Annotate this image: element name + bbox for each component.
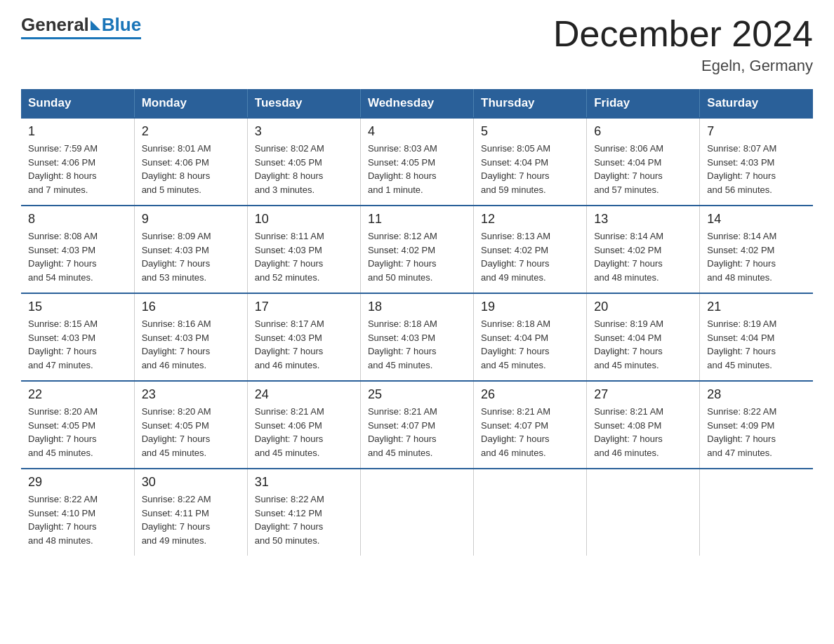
calendar-week-row: 22Sunrise: 8:20 AMSunset: 4:05 PMDayligh… [21,381,813,469]
main-title: December 2024 [553,14,813,54]
column-header-monday: Monday [134,89,247,118]
day-number: 16 [142,300,240,314]
calendar-cell: 16Sunrise: 8:16 AMSunset: 4:03 PMDayligh… [134,293,247,381]
calendar-cell: 7Sunrise: 8:07 AMSunset: 4:03 PMDaylight… [700,118,813,206]
day-info: Sunrise: 8:07 AMSunset: 4:03 PMDaylight:… [707,142,806,196]
day-number: 2 [142,124,240,139]
calendar-cell: 8Sunrise: 8:08 AMSunset: 4:03 PMDaylight… [21,206,134,293]
day-number: 3 [255,124,353,139]
logo-underline [21,37,141,39]
day-number: 25 [368,387,466,402]
day-info: Sunrise: 8:20 AMSunset: 4:05 PMDaylight:… [28,405,127,459]
day-info: Sunrise: 7:59 AMSunset: 4:06 PMDaylight:… [28,142,127,196]
calendar-cell [360,469,473,556]
calendar-cell: 20Sunrise: 8:19 AMSunset: 4:04 PMDayligh… [587,293,700,381]
calendar-cell: 1Sunrise: 7:59 AMSunset: 4:06 PMDaylight… [21,118,134,206]
calendar-cell: 12Sunrise: 8:13 AMSunset: 4:02 PMDayligh… [474,206,587,293]
day-info: Sunrise: 8:16 AMSunset: 4:03 PMDaylight:… [142,317,240,372]
calendar-cell: 17Sunrise: 8:17 AMSunset: 4:03 PMDayligh… [247,293,360,381]
day-number: 15 [28,300,127,314]
calendar-cell: 31Sunrise: 8:22 AMSunset: 4:12 PMDayligh… [247,469,360,556]
day-info: Sunrise: 8:21 AMSunset: 4:07 PMDaylight:… [481,405,579,459]
day-info: Sunrise: 8:20 AMSunset: 4:05 PMDaylight:… [142,405,240,459]
column-header-wednesday: Wednesday [360,89,473,118]
calendar-cell [474,469,587,556]
day-number: 5 [481,124,579,139]
day-info: Sunrise: 8:05 AMSunset: 4:04 PMDaylight:… [481,142,579,196]
column-header-thursday: Thursday [474,89,587,118]
column-header-tuesday: Tuesday [247,89,360,118]
calendar-cell [587,469,700,556]
day-info: Sunrise: 8:21 AMSunset: 4:07 PMDaylight:… [368,405,466,459]
day-number: 23 [142,387,240,402]
day-info: Sunrise: 8:14 AMSunset: 4:02 PMDaylight:… [707,229,806,284]
day-info: Sunrise: 8:08 AMSunset: 4:03 PMDaylight:… [28,229,127,284]
day-number: 19 [481,300,579,314]
calendar-week-row: 1Sunrise: 7:59 AMSunset: 4:06 PMDaylight… [21,118,813,206]
calendar-cell: 24Sunrise: 8:21 AMSunset: 4:06 PMDayligh… [247,381,360,469]
day-number: 22 [28,387,127,402]
day-info: Sunrise: 8:11 AMSunset: 4:03 PMDaylight:… [255,229,353,284]
day-info: Sunrise: 8:22 AMSunset: 4:10 PMDaylight:… [28,492,127,547]
day-number: 30 [142,475,240,490]
column-header-sunday: Sunday [21,89,134,118]
calendar-cell: 13Sunrise: 8:14 AMSunset: 4:02 PMDayligh… [587,206,700,293]
day-number: 13 [594,212,692,227]
day-info: Sunrise: 8:03 AMSunset: 4:05 PMDaylight:… [368,142,466,196]
calendar-week-row: 15Sunrise: 8:15 AMSunset: 4:03 PMDayligh… [21,293,813,381]
column-header-saturday: Saturday [700,89,813,118]
day-number: 17 [255,300,353,314]
calendar-cell: 9Sunrise: 8:09 AMSunset: 4:03 PMDaylight… [134,206,247,293]
day-number: 31 [255,475,353,490]
day-number: 28 [707,387,806,402]
calendar-cell: 3Sunrise: 8:02 AMSunset: 4:05 PMDaylight… [247,118,360,206]
logo-blue-text: Blue [102,14,141,36]
day-number: 11 [368,212,466,227]
calendar-week-row: 29Sunrise: 8:22 AMSunset: 4:10 PMDayligh… [21,469,813,556]
day-number: 26 [481,387,579,402]
subtitle: Egeln, Germany [553,57,813,75]
day-number: 8 [28,212,127,227]
calendar-cell: 23Sunrise: 8:20 AMSunset: 4:05 PMDayligh… [134,381,247,469]
day-number: 6 [594,124,692,139]
day-number: 4 [368,124,466,139]
day-number: 9 [142,212,240,227]
calendar-cell: 5Sunrise: 8:05 AMSunset: 4:04 PMDaylight… [474,118,587,206]
calendar-cell: 21Sunrise: 8:19 AMSunset: 4:04 PMDayligh… [700,293,813,381]
calendar-cell: 11Sunrise: 8:12 AMSunset: 4:02 PMDayligh… [360,206,473,293]
day-number: 1 [28,124,127,139]
calendar-cell [700,469,813,556]
calendar-cell: 22Sunrise: 8:20 AMSunset: 4:05 PMDayligh… [21,381,134,469]
day-number: 18 [368,300,466,314]
day-number: 12 [481,212,579,227]
calendar-cell: 28Sunrise: 8:22 AMSunset: 4:09 PMDayligh… [700,381,813,469]
column-header-friday: Friday [587,89,700,118]
day-number: 10 [255,212,353,227]
day-info: Sunrise: 8:19 AMSunset: 4:04 PMDaylight:… [594,317,692,372]
logo: General Blue [21,14,141,39]
calendar-cell: 4Sunrise: 8:03 AMSunset: 4:05 PMDaylight… [360,118,473,206]
day-info: Sunrise: 8:15 AMSunset: 4:03 PMDaylight:… [28,317,127,372]
calendar-cell: 2Sunrise: 8:01 AMSunset: 4:06 PMDaylight… [134,118,247,206]
day-info: Sunrise: 8:13 AMSunset: 4:02 PMDaylight:… [481,229,579,284]
day-info: Sunrise: 8:12 AMSunset: 4:02 PMDaylight:… [368,229,466,284]
day-info: Sunrise: 8:22 AMSunset: 4:12 PMDaylight:… [255,492,353,547]
calendar-cell: 6Sunrise: 8:06 AMSunset: 4:04 PMDaylight… [587,118,700,206]
calendar-week-row: 8Sunrise: 8:08 AMSunset: 4:03 PMDaylight… [21,206,813,293]
day-number: 14 [707,212,806,227]
calendar-cell: 18Sunrise: 8:18 AMSunset: 4:03 PMDayligh… [360,293,473,381]
day-info: Sunrise: 8:21 AMSunset: 4:06 PMDaylight:… [255,405,353,459]
logo-general-text: General [21,14,89,36]
calendar-cell: 29Sunrise: 8:22 AMSunset: 4:10 PMDayligh… [21,469,134,556]
logo-arrow-icon [91,20,100,30]
page-header: General Blue December 2024 Egeln, German… [21,14,813,75]
day-info: Sunrise: 8:02 AMSunset: 4:05 PMDaylight:… [255,142,353,196]
day-info: Sunrise: 8:18 AMSunset: 4:03 PMDaylight:… [368,317,466,372]
day-info: Sunrise: 8:22 AMSunset: 4:11 PMDaylight:… [142,492,240,547]
calendar-cell: 19Sunrise: 8:18 AMSunset: 4:04 PMDayligh… [474,293,587,381]
day-number: 20 [594,300,692,314]
day-info: Sunrise: 8:14 AMSunset: 4:02 PMDaylight:… [594,229,692,284]
day-info: Sunrise: 8:17 AMSunset: 4:03 PMDaylight:… [255,317,353,372]
day-info: Sunrise: 8:22 AMSunset: 4:09 PMDaylight:… [707,405,806,459]
day-number: 7 [707,124,806,139]
